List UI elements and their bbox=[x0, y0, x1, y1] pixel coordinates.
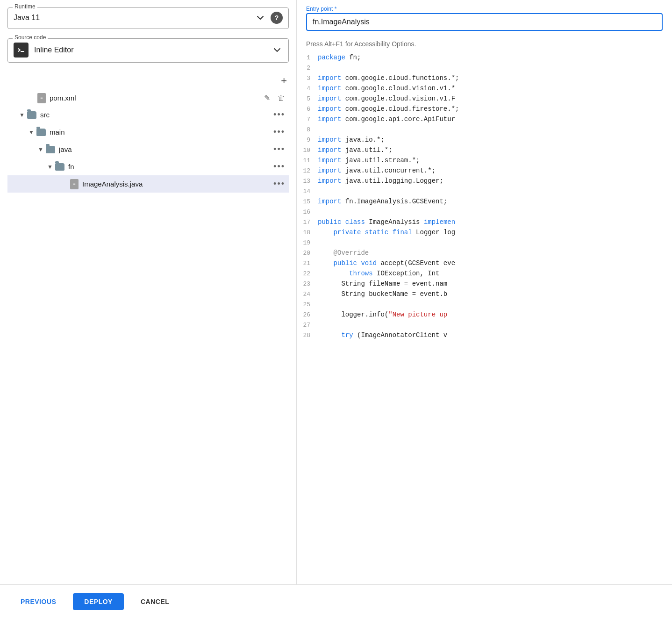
imageanalysis-menu[interactable]: ••• bbox=[272, 178, 287, 190]
code-line-12: 12 import java.util.concurrent.*; bbox=[297, 166, 672, 177]
right-panel: Entry point * Press Alt+F1 for Accessibi… bbox=[297, 0, 672, 584]
runtime-dropdown[interactable] bbox=[255, 12, 266, 23]
code-editor: Press Alt+F1 for Accessibility Options. … bbox=[297, 31, 672, 584]
chevron-src: ▼ bbox=[19, 112, 25, 118]
code-line-23: 23 String fileName = event.nam bbox=[297, 280, 672, 290]
cancel-button[interactable]: CANCEL bbox=[131, 593, 179, 610]
code-line-26: 26 logger.info("New picture up bbox=[297, 310, 672, 321]
file-icon-pom bbox=[37, 93, 46, 103]
file-icon-imageanalysis bbox=[70, 179, 79, 189]
code-line-24: 24 String bucketName = event.b bbox=[297, 290, 672, 300]
runtime-group: Runtime Java 11 ? bbox=[7, 7, 289, 29]
chevron-main: ▼ bbox=[28, 129, 35, 136]
code-line-9: 9 import java.io.*; bbox=[297, 136, 672, 146]
left-panel: Runtime Java 11 ? Source code Inline Edi… bbox=[0, 0, 297, 584]
main-menu[interactable]: ••• bbox=[272, 126, 287, 138]
fn-foldername: fn bbox=[68, 163, 272, 171]
entry-point-input[interactable] bbox=[313, 18, 656, 26]
add-file-button[interactable]: + bbox=[281, 76, 287, 86]
folder-icon-src bbox=[27, 111, 36, 119]
code-line-13: 13 import java.util.logging.Logger; bbox=[297, 177, 672, 187]
source-code-dropdown[interactable] bbox=[272, 44, 283, 56]
imageanalysis-filename: ImageAnalysis.java bbox=[82, 180, 272, 188]
tree-item-main[interactable]: ▼ main ••• bbox=[7, 123, 289, 141]
edit-icon-pom[interactable]: ✎ bbox=[262, 93, 272, 103]
code-line-14: 14 bbox=[297, 187, 672, 197]
entry-point-input-wrapper bbox=[306, 13, 663, 31]
tree-item-fn[interactable]: ▼ fn ••• bbox=[7, 158, 289, 175]
code-line-28: 28 try (ImageAnnotatorClient v bbox=[297, 331, 672, 341]
folder-icon-fn bbox=[55, 163, 64, 171]
src-menu[interactable]: ••• bbox=[272, 109, 287, 121]
code-line-17: 17 public class ImageAnalysis implemen bbox=[297, 218, 672, 228]
accessibility-hint: Press Alt+F1 for Accessibility Options. bbox=[297, 36, 672, 51]
folder-icon-main bbox=[36, 129, 46, 136]
code-line-21: 21 public void accept(GCSEvent eve bbox=[297, 259, 672, 269]
source-code-group: Source code Inline Editor bbox=[7, 38, 289, 63]
folder-icon-java bbox=[46, 146, 55, 153]
inline-editor-icon bbox=[14, 43, 29, 57]
code-line-7: 7 import com.google.api.core.ApiFutur bbox=[297, 115, 672, 125]
pom-actions: ✎ 🗑 bbox=[262, 93, 287, 103]
delete-icon-pom[interactable]: 🗑 bbox=[276, 93, 287, 103]
entry-point-label: Entry point * bbox=[306, 6, 663, 12]
code-line-22: 22 throws IOException, Int bbox=[297, 269, 672, 280]
runtime-label: Runtime bbox=[13, 3, 37, 10]
runtime-help-button[interactable]: ? bbox=[271, 12, 283, 24]
java-foldername: java bbox=[59, 145, 272, 153]
code-line-18: 18 private static final Logger log bbox=[297, 228, 672, 238]
file-tree-header: + bbox=[7, 72, 289, 90]
code-line-4: 4 import com.google.cloud.vision.v1.* bbox=[297, 84, 672, 94]
code-line-11: 11 import java.util.stream.*; bbox=[297, 156, 672, 166]
source-code-label: Source code bbox=[13, 34, 48, 41]
code-line-1: 1 package fn; bbox=[297, 53, 672, 64]
code-line-3: 3 import com.google.cloud.functions.*; bbox=[297, 74, 672, 84]
src-foldername: src bbox=[40, 111, 272, 119]
code-line-2: 2 bbox=[297, 64, 672, 74]
java-menu[interactable]: ••• bbox=[272, 144, 287, 155]
code-line-19: 19 bbox=[297, 238, 672, 249]
chevron-fn: ▼ bbox=[47, 164, 53, 170]
source-editor-label: Inline Editor bbox=[34, 46, 272, 54]
code-line-27: 27 bbox=[297, 321, 672, 331]
pom-filename: pom.xml bbox=[50, 94, 262, 102]
footer: PREVIOUS DEPLOY CANCEL bbox=[0, 584, 672, 618]
deploy-button[interactable]: DEPLOY bbox=[73, 593, 124, 610]
previous-button[interactable]: PREVIOUS bbox=[11, 593, 65, 610]
chevron-java: ▼ bbox=[37, 146, 44, 153]
main-foldername: main bbox=[50, 128, 272, 136]
code-line-25: 25 bbox=[297, 300, 672, 310]
code-line-20: 20 @Override bbox=[297, 249, 672, 259]
code-line-10: 10 import java.util.*; bbox=[297, 146, 672, 156]
tree-item-java[interactable]: ▼ java ••• bbox=[7, 141, 289, 158]
code-area[interactable]: 1 package fn; 2 3 import com.google.clou… bbox=[297, 53, 672, 582]
fn-menu[interactable]: ••• bbox=[272, 161, 287, 172]
code-line-15: 15 import fn.ImageAnalysis.GCSEvent; bbox=[297, 197, 672, 208]
entry-point-section: Entry point * bbox=[297, 0, 672, 31]
code-line-8: 8 bbox=[297, 125, 672, 136]
tree-item-imageanalysis[interactable]: ImageAnalysis.java ••• bbox=[7, 175, 289, 193]
code-line-5: 5 import com.google.cloud.vision.v1.F bbox=[297, 94, 672, 105]
file-tree: pom.xml ✎ 🗑 ▼ src ••• ▼ main ••• bbox=[7, 90, 289, 193]
code-line-16: 16 bbox=[297, 208, 672, 218]
runtime-value: Java 11 bbox=[14, 14, 255, 22]
tree-item-pom[interactable]: pom.xml ✎ 🗑 bbox=[7, 90, 289, 106]
tree-item-src[interactable]: ▼ src ••• bbox=[7, 106, 289, 123]
code-line-6: 6 import com.google.cloud.firestore.*; bbox=[297, 105, 672, 115]
